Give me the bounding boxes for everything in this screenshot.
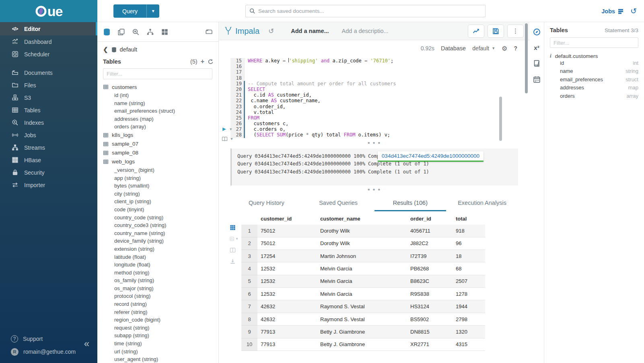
refresh-icon[interactable] [208, 59, 214, 65]
column-header-customer_id[interactable]: customer_id [257, 213, 317, 225]
assist-column[interactable]: protocol (string) [103, 292, 214, 300]
columns-view-icon[interactable] [230, 247, 239, 253]
assist-column[interactable]: longitude (float) [103, 261, 214, 269]
code-line-25[interactable]: 25FROM [219, 115, 529, 121]
database-name[interactable]: default [120, 46, 138, 53]
assist-column[interactable]: name (string) [103, 99, 214, 107]
table-row[interactable]: 1077913Betty J. GiambroneXR27714315 [241, 338, 485, 351]
query-history-icon[interactable]: ↺ [268, 27, 274, 35]
engine-name[interactable]: Impala [235, 27, 259, 36]
assist-column[interactable]: client_ip (string) [103, 198, 214, 206]
sidebar-item-indexes[interactable]: Indexes [0, 116, 97, 129]
assist-table-customers[interactable]: customers [103, 82, 214, 91]
code-line-20[interactable]: 20SELECT [219, 87, 529, 92]
table-row[interactable]: 512532Melvin GarciaB8623C2507 [241, 275, 485, 287]
tab-execution-analysis[interactable]: Execution Analysis [446, 197, 518, 211]
query-button-label[interactable]: Query [113, 4, 146, 18]
chart-view-icon[interactable]: ▼ [230, 236, 239, 242]
code-line-27[interactable]: 27 c.orders o, [219, 126, 529, 132]
table-row[interactable]: 742632Raymond S. VestalHS31241944 [241, 300, 485, 313]
code-line-22[interactable]: 22 c.name AS customer_name, [219, 98, 529, 103]
right-column-id[interactable]: idint [550, 59, 638, 67]
assist-column[interactable]: method (string) [103, 269, 214, 277]
right-column-name[interactable]: namestring [550, 67, 638, 75]
sql-editor[interactable]: 15WHERE a.key = 'shipping' and a.zip_cod… [219, 58, 529, 138]
assist-column[interactable]: device_family (string) [103, 237, 214, 245]
grid-view-icon[interactable] [230, 225, 239, 231]
assist-table-web_logs[interactable]: web_logs [103, 157, 214, 166]
help-question-icon[interactable]: ? [514, 45, 517, 52]
database-select[interactable]: default [472, 45, 489, 52]
column-header-total[interactable]: total [453, 213, 485, 225]
sidebar-item-importer[interactable]: Importer [0, 179, 97, 191]
query-description-field[interactable]: Add a descriptio... [342, 28, 389, 34]
hue-logo[interactable]: ue [0, 0, 97, 22]
assist-shared-docs-icon[interactable] [205, 28, 213, 36]
assist-column[interactable]: region_code (bigint) [103, 316, 214, 324]
assist-table-sample_07[interactable]: sample_07 [103, 140, 214, 148]
assist-column[interactable]: id (int) [103, 91, 214, 99]
active-table-name[interactable]: default.customers [555, 53, 598, 59]
query-dropdown-caret[interactable]: ▼ [146, 4, 159, 18]
assist-column[interactable]: subapp (string) [103, 332, 214, 340]
assist-apps-icon[interactable] [161, 28, 169, 36]
table-row[interactable]: 412532Melvin GarciaPB626868 [241, 262, 485, 275]
resize-handle-bottom[interactable]: ● ● ● [219, 188, 529, 193]
right-column-addresses[interactable]: addressesmap [550, 84, 638, 92]
active-table[interactable]: i default.customers [550, 53, 638, 59]
execute-options-caret[interactable]: ▼ [230, 127, 232, 131]
table-info-icon[interactable]: i [550, 53, 551, 59]
database-caret-icon[interactable]: ▼ [492, 46, 495, 50]
assist-databases-icon[interactable] [103, 28, 111, 36]
sidebar-item-streams[interactable]: Streams [0, 141, 97, 154]
code-line-15[interactable]: 15WHERE a.key = 'shipping' and a.zip_cod… [219, 58, 529, 64]
download-icon[interactable] [230, 258, 239, 264]
right-column-orders[interactable]: ordersarray [550, 92, 638, 100]
assist-search-icon[interactable] [132, 28, 140, 36]
table-row[interactable]: 317254Martin JohnsonI72T3918 [241, 250, 485, 262]
query-name-field[interactable]: Add a name... [291, 28, 329, 34]
assist-documents-icon[interactable] [117, 28, 125, 36]
main-scrollbar[interactable] [525, 23, 528, 93]
assist-column[interactable]: os_family (string) [103, 276, 214, 285]
tab-saved-queries[interactable]: Saved Queries [302, 197, 374, 211]
global-search[interactable] [245, 5, 486, 17]
sidebar-item-documents[interactable]: Documents [0, 66, 97, 79]
table-row[interactable]: 275012Dorothy WilkJ882C296 [241, 237, 485, 250]
more-actions-button[interactable]: ⋮ [507, 25, 524, 38]
assist-column[interactable]: app (string) [103, 174, 214, 182]
execute-button[interactable]: ▶ [222, 125, 226, 132]
code-line-18[interactable]: 18 [219, 75, 529, 81]
column-header-customer_name[interactable]: customer_name [317, 213, 407, 225]
assist-column[interactable]: _version_ (bigint) [103, 166, 214, 174]
functions-icon[interactable]: x² [534, 44, 539, 51]
assist-column[interactable]: orders (array) [103, 123, 214, 131]
tab-query-history[interactable]: Query History [230, 197, 302, 211]
column-header-order_id[interactable]: order_id [407, 213, 453, 225]
table-row[interactable]: 977913Betty J. GiambroneDN88151320 [241, 326, 485, 338]
collapse-sidebar-button[interactable]: « [84, 338, 89, 349]
sidebar-item-security[interactable]: Security [0, 166, 97, 179]
assist-column[interactable]: request (string) [103, 324, 214, 332]
assist-column[interactable]: record (string) [103, 300, 214, 308]
chart-button[interactable] [468, 25, 484, 38]
code-line-21[interactable]: 21 c.id AS customer_id, [219, 92, 529, 98]
assist-column[interactable]: bytes (smallint) [103, 182, 214, 190]
sidebar-item-s3[interactable]: S3 [0, 91, 97, 104]
table-row[interactable]: 842632Raymond S. VestalBS59022798 [241, 313, 485, 325]
assist-column[interactable]: os_major (string) [103, 285, 214, 293]
resize-handle-top[interactable]: ● ● ● [219, 141, 529, 146]
code-line-26[interactable]: 26 customers c, [219, 121, 529, 126]
query-id-link[interactable]: 034d413ec7474ed5:4249de1000000000 [378, 151, 484, 162]
code-line-28[interactable]: 28 (SELECT SUM(price * qty) total FROM o… [219, 132, 529, 138]
settings-gear-icon[interactable]: ⚙ [502, 45, 507, 52]
assist-column[interactable]: city (string) [103, 190, 214, 198]
sidebar-item-jobs[interactable]: Jobs [0, 129, 97, 141]
sidebar-item-tables[interactable]: Tables [0, 104, 97, 116]
sidebar-item-editor[interactable]: </>Editor [0, 22, 97, 35]
task-history-icon[interactable]: ↺ [630, 6, 637, 16]
right-filter-input[interactable] [550, 37, 638, 48]
database-breadcrumb[interactable]: ❮ default [103, 46, 214, 53]
search-input[interactable] [258, 8, 481, 14]
assist-column[interactable]: url (string) [103, 348, 214, 356]
